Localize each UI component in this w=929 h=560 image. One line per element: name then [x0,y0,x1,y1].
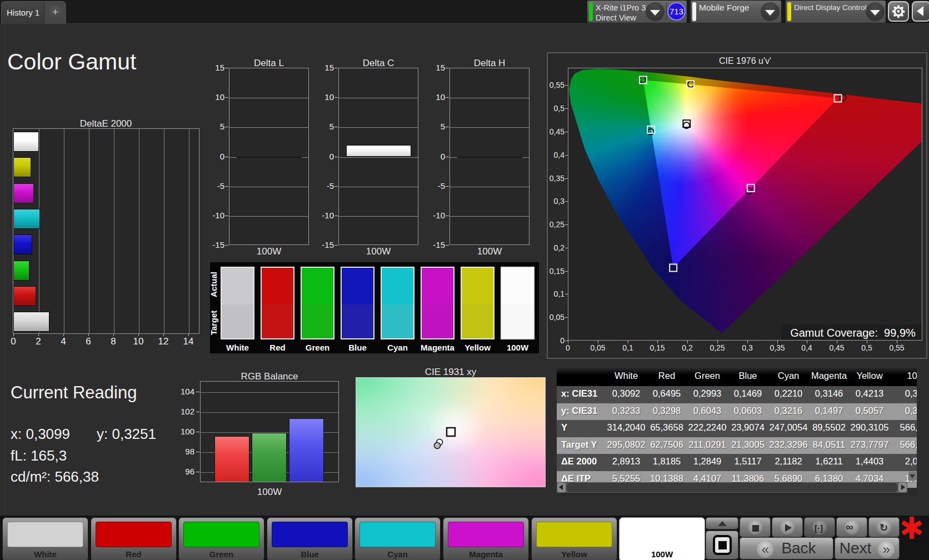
svg-text:Actual: Actual [210,272,218,297]
svg-text:Target: Target [210,311,218,336]
